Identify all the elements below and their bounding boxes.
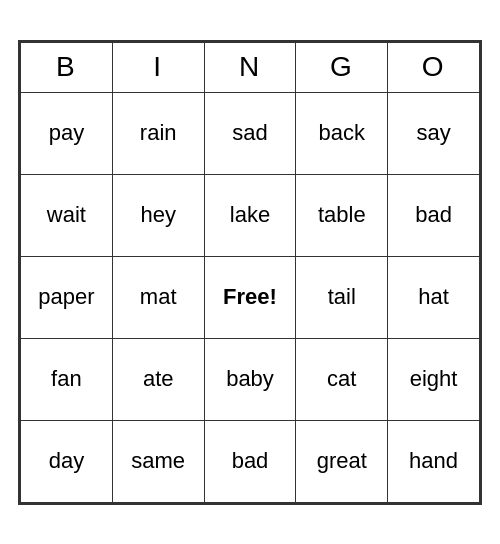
table-cell: eight [388, 338, 480, 420]
header-cell-n: N [204, 42, 296, 92]
table-cell: same [112, 420, 204, 502]
table-cell: ate [112, 338, 204, 420]
table-cell: day [21, 420, 113, 502]
table-cell: hat [388, 256, 480, 338]
bingo-card: BINGO payrainsadbacksaywaitheylaketableb… [18, 40, 482, 505]
header-cell-o: O [388, 42, 480, 92]
header-cell-b: B [21, 42, 113, 92]
header-cell-g: G [296, 42, 388, 92]
table-row: waitheylaketablebad [21, 174, 480, 256]
table-cell: cat [296, 338, 388, 420]
header-cell-i: I [112, 42, 204, 92]
table-cell: bad [204, 420, 296, 502]
table-cell: hand [388, 420, 480, 502]
table-cell: say [388, 92, 480, 174]
table-row: payrainsadbacksay [21, 92, 480, 174]
table-cell: bad [388, 174, 480, 256]
table-cell: baby [204, 338, 296, 420]
table-cell: rain [112, 92, 204, 174]
table-cell: lake [204, 174, 296, 256]
bingo-table: BINGO payrainsadbacksaywaitheylaketableb… [20, 42, 480, 503]
table-cell: fan [21, 338, 113, 420]
header-row: BINGO [21, 42, 480, 92]
table-cell: tail [296, 256, 388, 338]
table-cell: pay [21, 92, 113, 174]
table-row: daysamebadgreathand [21, 420, 480, 502]
table-row: fanatebabycateight [21, 338, 480, 420]
table-cell: wait [21, 174, 113, 256]
table-cell: mat [112, 256, 204, 338]
table-cell: table [296, 174, 388, 256]
table-row: papermatFree!tailhat [21, 256, 480, 338]
table-cell: hey [112, 174, 204, 256]
table-cell: back [296, 92, 388, 174]
table-cell: sad [204, 92, 296, 174]
table-cell: Free! [204, 256, 296, 338]
table-cell: paper [21, 256, 113, 338]
table-cell: great [296, 420, 388, 502]
